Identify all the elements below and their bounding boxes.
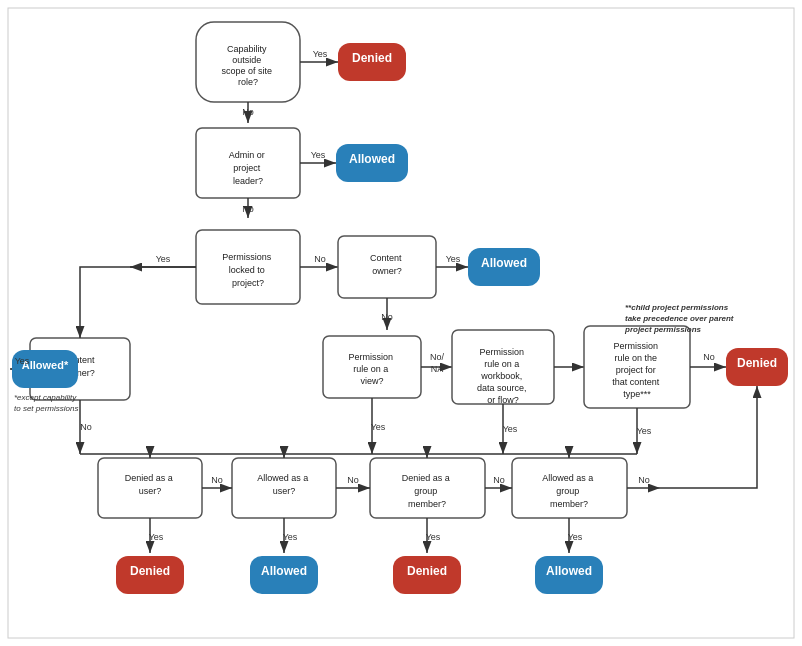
- label-yes-view: Yes: [371, 422, 386, 432]
- label-no-project: No: [703, 352, 715, 362]
- label-yes-co-left: Yes: [15, 356, 30, 366]
- flowchart-canvas: Capability outside scope of site role? N…: [0, 0, 802, 646]
- label-no-locked: No: [314, 254, 326, 264]
- label-nona-view: No/: [430, 352, 445, 362]
- label-no-co-right: No: [381, 312, 393, 322]
- label-yes-workbook: Yes: [503, 424, 518, 434]
- label-yes-co-right: Yes: [446, 254, 461, 264]
- label-no-cap: No: [242, 107, 254, 117]
- label-yes-ag: Yes: [568, 532, 583, 542]
- label-yes-project: Yes: [637, 426, 652, 436]
- denied-bottom1-label: Denied: [130, 564, 170, 578]
- label-yes-cap: Yes: [313, 49, 328, 59]
- allowed-co-label: Allowed: [481, 256, 527, 270]
- label-no-ag: No: [638, 475, 650, 485]
- label-no-du: No: [211, 475, 223, 485]
- label-no-co-left: No: [80, 422, 92, 432]
- allowed-bottom2-label: Allowed: [546, 564, 592, 578]
- denied-bottom2-label: Denied: [407, 564, 447, 578]
- label-no-dg: No: [493, 475, 505, 485]
- allowed-bottom1-label: Allowed: [261, 564, 307, 578]
- label-yes-au: Yes: [283, 532, 298, 542]
- child-project-note: **child project permissions take precede…: [624, 303, 736, 334]
- label-yes-locked: Yes: [156, 254, 171, 264]
- label-nona-view2: NA: [431, 364, 444, 374]
- label-no-admin: No: [242, 204, 254, 214]
- label-no-au: No: [347, 475, 359, 485]
- allowed-star-note: *except capability to set permissions: [14, 393, 79, 413]
- allowed-admin-label: Allowed: [349, 152, 395, 166]
- outer-border: [8, 8, 794, 638]
- denied-top-label: Denied: [352, 51, 392, 65]
- arrow-locked-to-co-left: [80, 267, 196, 338]
- admin-label: Admin or project leader?: [229, 150, 268, 186]
- label-yes-dg: Yes: [426, 532, 441, 542]
- label-yes-admin: Yes: [311, 150, 326, 160]
- denied-right-label: Denied: [737, 356, 777, 370]
- label-yes-du: Yes: [149, 532, 164, 542]
